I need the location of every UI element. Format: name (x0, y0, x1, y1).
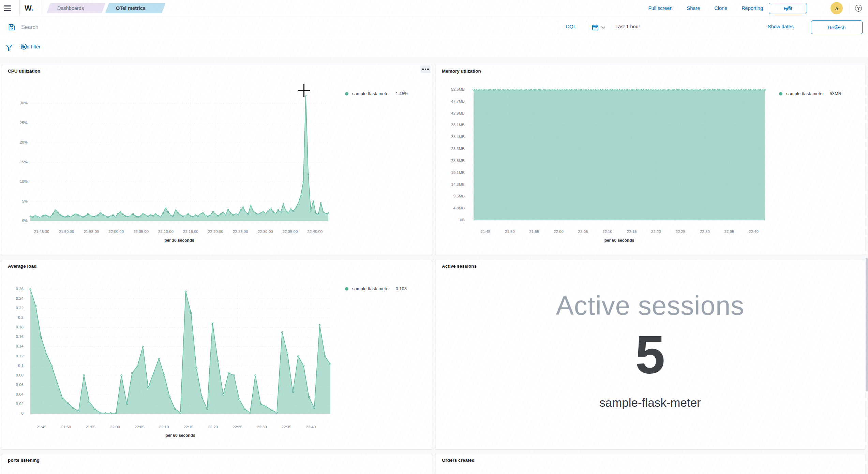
panel-orders-created: Orders created (435, 454, 865, 474)
y-axis-tick-label: 33.4MB (431, 135, 465, 139)
search-input[interactable] (21, 22, 498, 33)
y-axis-tick-label: 30% (0, 101, 28, 105)
y-axis-tick-label: 42.9MB (431, 111, 465, 115)
hamburger-icon (4, 5, 11, 6)
y-axis-tick-label: 0.24 (0, 296, 24, 300)
y-axis-tick-label: 38.1MB (431, 123, 465, 127)
breadcrumb-label: Dashboards (57, 3, 95, 13)
breadcrumb-label: OTel metrics (116, 3, 155, 13)
saved-query-icon[interactable] (8, 24, 15, 31)
refresh-button[interactable]: Refresh (811, 20, 863, 34)
x-axis-tick-label: 22:40:00 (300, 229, 330, 234)
divider (558, 21, 558, 33)
divider (807, 21, 807, 33)
top-navigation-bar: W.W. Dashboards OTel metrics Full screen… (0, 0, 868, 16)
y-axis-tick-label: 0.18 (0, 325, 24, 329)
panel-title: ports listening (8, 458, 40, 463)
breadcrumb-otel-metrics[interactable]: OTel metrics (105, 3, 166, 13)
x-axis-title: per 60 seconds (474, 238, 765, 243)
y-axis-tick-label: 0.06 (0, 383, 24, 387)
y-axis-tick-label: 52.5MB (431, 87, 465, 91)
y-axis-tick-label: 0B (431, 218, 465, 222)
y-axis-tick-label: 0.14 (0, 344, 24, 348)
y-axis-tick-label: 0.08 (0, 373, 24, 377)
y-axis-tick-label: 0.16 (0, 335, 24, 339)
y-axis-tick-label: 10% (0, 179, 28, 183)
y-axis-tick-label: 15% (0, 160, 28, 164)
y-axis-tick-label: 20% (0, 140, 28, 144)
panel-title: Orders created (442, 458, 475, 463)
load-chart-plot-area[interactable]: 00.020.040.060.080.10.120.140.160.180.20… (1, 260, 432, 449)
y-axis-tick-label: 0.1 (0, 364, 24, 368)
pencil-icon (785, 6, 791, 11)
show-dates-button[interactable]: Show dates (768, 24, 794, 29)
y-axis-tick-label: 19.1MB (431, 171, 465, 175)
full-screen-link[interactable]: Full screen (648, 5, 673, 11)
chevron-down-icon[interactable] (601, 26, 605, 29)
avatar[interactable]: a (830, 2, 843, 14)
divider (587, 21, 587, 33)
y-axis-tick-label: 4.8MB (431, 206, 465, 210)
y-axis-tick-label: 9.5MB (431, 194, 465, 198)
help-button[interactable]: ? (855, 5, 862, 12)
panel-memory-utilization: Memory utlization sample-flask-meter 53M… (435, 65, 865, 255)
panel-cpu-utilization: CPU utilization sample-flask-meter 1.45%… (1, 65, 432, 255)
y-axis-tick-label: 0 (0, 411, 24, 415)
panel-active-sessions: Active sessions Active sessions 5 sample… (435, 260, 865, 449)
divider (19, 0, 20, 16)
filter-bar: Add filter (0, 38, 868, 57)
share-link[interactable]: Share (687, 5, 700, 11)
y-axis-tick-label: 0.26 (0, 287, 24, 291)
query-language-button[interactable]: DQL (566, 24, 576, 29)
filter-icon[interactable] (6, 44, 13, 51)
query-bar: DQL Last 1 hour Show dates Refresh (0, 16, 868, 38)
panel-title: Active sessions (442, 264, 477, 269)
cpu-chart-plot-area[interactable]: 0%5%10%15%20%25%30%21:45:0021:50:0021:55… (1, 65, 432, 255)
x-axis-tick-label: 22:40 (738, 229, 769, 234)
breadcrumb-dashboards[interactable]: Dashboards (47, 3, 106, 13)
add-filter-button[interactable]: Add filter (20, 44, 41, 49)
y-axis-tick-label: 0.2 (0, 315, 24, 320)
panel-average-load: Average load sample-flask-meter 0.103 00… (1, 260, 432, 449)
y-axis-tick-label: 0.22 (0, 306, 24, 310)
y-axis-tick-label: 28.6MB (431, 147, 465, 151)
y-axis-tick-label: 14.3MB (431, 182, 465, 187)
divider (41, 0, 41, 16)
circle-plus-icon (20, 43, 27, 50)
calendar-icon[interactable] (592, 24, 599, 31)
nav-actions: Full screen Share Clone Reporting (648, 0, 763, 16)
crosshair-cursor (303, 84, 304, 97)
y-axis-tick-label: 0% (0, 219, 28, 223)
y-axis-tick-label: 5% (0, 199, 28, 203)
x-axis-tick-label: 22:40 (296, 425, 326, 429)
y-axis-tick-label: 47.7MB (431, 99, 465, 103)
metric-value: 5 (435, 324, 865, 385)
metric-label: Active sessions (435, 290, 865, 321)
menu-button[interactable] (4, 4, 13, 12)
time-range-label[interactable]: Last 1 hour (615, 24, 640, 29)
y-axis-tick-label: 23.8MB (431, 159, 465, 163)
memory-chart-plot-area[interactable]: 0B4.8MB9.5MB14.3MB19.1MB23.8MB28.6MB33.4… (435, 65, 865, 255)
edit-button[interactable]: Edit (769, 3, 807, 14)
y-axis-tick-label: 0.12 (0, 354, 24, 358)
metric-series-name: sample-flask-meter (435, 396, 865, 410)
x-axis-title: per 60 seconds (30, 433, 330, 438)
y-axis-tick-label: 25% (0, 121, 28, 125)
reporting-link[interactable]: Reporting (742, 5, 763, 11)
refresh-icon (834, 25, 839, 30)
question-icon: ? (857, 6, 860, 11)
clone-link[interactable]: Clone (714, 5, 727, 11)
x-axis-title: per 30 seconds (30, 238, 328, 243)
y-axis-tick-label: 0.04 (0, 392, 24, 396)
divider (850, 3, 850, 14)
app-logo: W.W. (25, 4, 34, 13)
y-axis-tick-label: 0.02 (0, 402, 24, 406)
panel-ports-listening: ports listening (1, 454, 432, 474)
scrollbar-thumb[interactable] (866, 258, 868, 391)
